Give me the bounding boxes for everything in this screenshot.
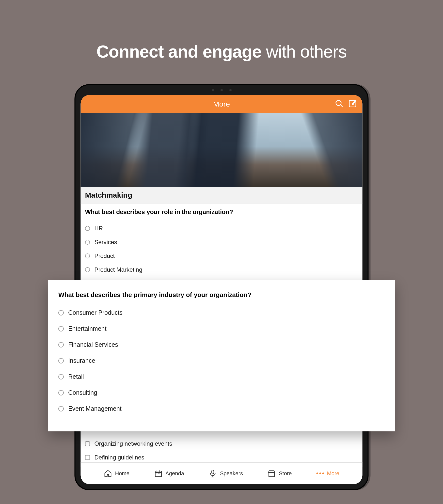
radio-icon[interactable] (85, 240, 90, 245)
question-industry-text: What best describes the primary industry… (58, 291, 385, 299)
option-label: Insurance (68, 357, 95, 364)
option-label: Entertainment (68, 325, 107, 332)
option-hr[interactable]: HR (85, 221, 358, 235)
option-consumer-products[interactable]: Consumer Products (58, 305, 385, 321)
option-label: Consulting (68, 389, 97, 396)
checkbox-icon[interactable] (85, 441, 90, 446)
option-networking-events[interactable]: Organizing networking events (85, 437, 358, 450)
more-dots-icon (316, 472, 324, 474)
option-label: Financial Services (68, 341, 118, 348)
svg-rect-10 (212, 470, 214, 474)
option-label: Event Management (68, 405, 122, 412)
top-bar: More (81, 95, 363, 113)
nav-store[interactable]: Store (268, 469, 292, 478)
radio-icon[interactable] (85, 267, 90, 272)
radio-icon[interactable] (58, 342, 64, 347)
radio-icon[interactable] (58, 406, 64, 412)
page-title: More (213, 100, 230, 108)
nav-speakers[interactable]: Speakers (209, 469, 243, 478)
topbar-actions (335, 99, 357, 109)
option-product-marketing[interactable]: Product Marketing (85, 263, 358, 277)
svg-line-1 (340, 105, 343, 107)
search-icon[interactable] (335, 99, 344, 109)
option-label: Retail (68, 373, 84, 380)
nav-label: Agenda (166, 470, 184, 477)
option-event-management[interactable]: Event Management (58, 401, 385, 417)
bottom-nav: Home Agenda Speakers Store More (81, 462, 363, 484)
option-entertainment[interactable]: Entertainment (58, 321, 385, 337)
option-consulting[interactable]: Consulting (58, 385, 385, 401)
question-role-text: What best describes your role in the org… (85, 208, 358, 216)
option-services[interactable]: Services (85, 235, 358, 249)
headline-light: with others (261, 42, 347, 61)
option-label: Defining guidelines (94, 454, 145, 461)
nav-more[interactable]: More (316, 470, 339, 477)
radio-icon[interactable] (58, 390, 64, 396)
radio-icon[interactable] (58, 374, 64, 379)
svg-point-0 (336, 100, 341, 106)
hero-image (81, 113, 363, 187)
option-label: Product Marketing (94, 266, 143, 273)
question-card-role: What best describes your role in the org… (81, 203, 363, 280)
option-label: Consumer Products (68, 309, 123, 316)
radio-icon[interactable] (85, 253, 90, 258)
nav-label: Store (279, 470, 292, 477)
checkbox-icon[interactable] (85, 455, 90, 460)
option-label: Organizing networking events (94, 440, 172, 447)
nav-label: Home (115, 470, 129, 477)
option-product[interactable]: Product (85, 249, 358, 263)
headline-bold: Connect and engage (96, 42, 261, 61)
nav-label: Speakers (220, 470, 243, 477)
radio-icon[interactable] (85, 226, 90, 231)
option-label: Product (94, 252, 115, 259)
radio-icon[interactable] (58, 310, 64, 315)
option-label: HR (94, 225, 103, 232)
nav-label: More (327, 470, 339, 477)
radio-icon[interactable] (58, 326, 64, 331)
question-card-industry: What best describes the primary industry… (48, 280, 395, 432)
option-financial-services[interactable]: Financial Services (58, 337, 385, 353)
section-header-matchmaking: Matchmaking (81, 187, 363, 203)
nav-home[interactable]: Home (104, 469, 129, 478)
edit-icon[interactable] (348, 99, 357, 109)
option-retail[interactable]: Retail (58, 369, 385, 385)
radio-icon[interactable] (58, 358, 64, 363)
page-headline: Connect and engage with others (0, 0, 443, 62)
option-insurance[interactable]: Insurance (58, 353, 385, 369)
option-label: Services (94, 239, 117, 246)
svg-rect-13 (269, 472, 275, 476)
nav-agenda[interactable]: Agenda (154, 469, 184, 478)
